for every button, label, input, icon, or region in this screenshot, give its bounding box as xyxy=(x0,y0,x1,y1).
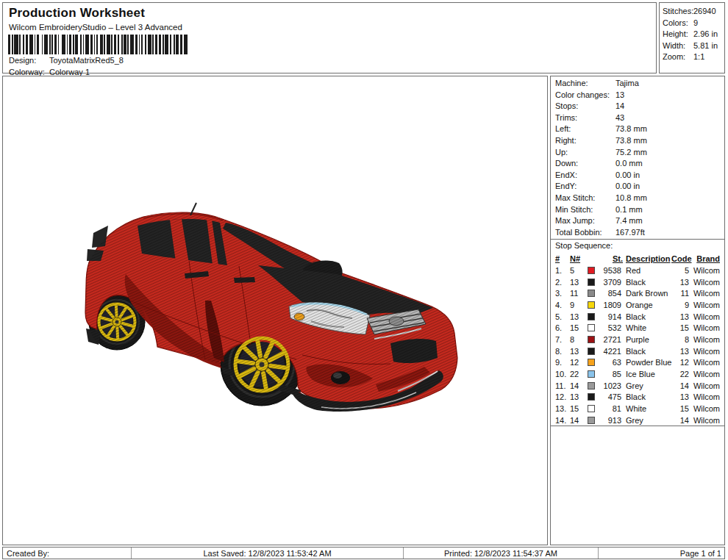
stop-thread-brand: Wilcom xyxy=(692,358,721,367)
stop-stitch-count: 475 xyxy=(599,392,624,401)
stop-stitch-count: 1023 xyxy=(599,381,624,390)
stop-swatch-cell xyxy=(588,279,599,286)
machine-label: Max Jump: xyxy=(555,216,615,225)
stop-stitch-count: 854 xyxy=(599,289,624,298)
machine-label: Down: xyxy=(555,159,615,168)
stat-row: Colors:9 xyxy=(663,18,724,30)
page-title: Production Worksheet xyxy=(9,6,145,21)
stop-swatch-cell xyxy=(588,393,599,401)
stop-thread-brand: Wilcom xyxy=(692,335,721,344)
machine-value: 0.0 mm xyxy=(615,159,643,168)
stop-thread-code: 15 xyxy=(671,404,692,413)
stop-thread-brand: Wilcom xyxy=(692,266,721,275)
stat-label: Width: xyxy=(663,41,693,50)
machine-value: 10.8 mm xyxy=(615,193,647,202)
stop-row: 11. 14 1023 Grey 14 Wilcom xyxy=(555,380,721,392)
stop-sequence-rows: 1. 5 9538 Red 5 Wilcom 2. 13 3709 Black … xyxy=(555,265,721,426)
stop-stitch-count: 2721 xyxy=(599,335,624,344)
stat-value: 1:1 xyxy=(693,52,704,61)
stop-sequence-section: Stop Sequence: # N# St. Description Code… xyxy=(551,240,724,426)
machine-row: Total Bobbin:167.97ft xyxy=(555,228,724,240)
machine-label: Color changes: xyxy=(555,90,615,99)
stop-stitch-count: 913 xyxy=(599,416,624,425)
design-canvas xyxy=(2,76,548,545)
stop-needle-number: 13 xyxy=(570,278,588,287)
machine-value: 14 xyxy=(615,101,624,110)
stat-value: 2.96 in xyxy=(693,29,718,38)
stop-needle-number: 13 xyxy=(570,347,588,356)
thread-color-swatch xyxy=(588,393,595,401)
machine-label: EndY: xyxy=(555,182,615,190)
thread-color-swatch xyxy=(588,417,595,424)
stop-row-number: 13. xyxy=(555,404,570,413)
stop-needle-number: 13 xyxy=(570,312,588,321)
production-worksheet-page: { "header": { "title": "Production Works… xyxy=(0,0,728,560)
stop-row: 5. 13 914 Black 13 Wilcom xyxy=(555,311,721,323)
machine-label: Up: xyxy=(555,148,615,157)
stop-swatch-cell xyxy=(588,370,599,378)
barcode-bar xyxy=(184,35,188,54)
machine-value: 73.8 mm xyxy=(615,124,647,133)
stop-row-number: 6. xyxy=(555,323,570,332)
thread-color-swatch xyxy=(588,405,595,412)
stop-row: 6. 15 532 White 15 Wilcom xyxy=(555,322,721,334)
stop-needle-number: 22 xyxy=(570,370,588,378)
stat-value: 9 xyxy=(693,18,698,27)
stop-thread-brand: Wilcom xyxy=(692,347,721,356)
panel-empty-area xyxy=(551,426,724,545)
stop-needle-number: 5 xyxy=(570,266,588,275)
thread-color-swatch xyxy=(588,279,595,286)
thread-color-swatch xyxy=(588,359,595,366)
stop-stitch-count: 81 xyxy=(599,404,624,413)
thread-color-swatch xyxy=(588,301,595,309)
machine-row: Stops:14 xyxy=(555,101,724,113)
design-label: Design: xyxy=(9,56,49,65)
stop-stitch-count: 1809 xyxy=(599,301,624,309)
stop-needle-number: 9 xyxy=(570,301,588,309)
stop-color-description: Black xyxy=(624,347,671,356)
machine-value: 7.4 mm xyxy=(615,216,643,225)
stop-row: 10. 22 85 Ice Blue 22 Wilcom xyxy=(555,368,721,380)
thread-color-swatch xyxy=(588,370,595,378)
stop-swatch-cell xyxy=(588,382,599,390)
stop-thread-brand: Wilcom xyxy=(692,323,721,332)
stop-color-description: White xyxy=(624,323,671,332)
stop-thread-code: 5 xyxy=(671,266,692,275)
machine-row: Trims:43 xyxy=(555,113,724,125)
stop-thread-brand: Wilcom xyxy=(692,404,721,413)
machine-value: 0.00 in xyxy=(615,182,640,190)
machine-label: Right: xyxy=(555,136,615,145)
stop-thread-code: 14 xyxy=(671,381,692,390)
stat-value: 5.81 in xyxy=(693,41,718,50)
stop-thread-brand: Wilcom xyxy=(692,312,721,321)
stop-thread-code: 12 xyxy=(671,358,692,367)
thread-color-swatch xyxy=(588,313,595,320)
stop-row-number: 9. xyxy=(555,358,570,367)
stop-thread-code: 13 xyxy=(671,347,692,356)
stop-stitch-count: 9538 xyxy=(599,266,624,275)
car-embroidery-svg xyxy=(82,192,508,442)
stop-row-number: 3. xyxy=(555,289,570,298)
stop-row-number: 5. xyxy=(555,312,570,321)
stop-row: 9. 12 63 Powder Blue 12 Wilcom xyxy=(555,357,721,369)
stop-thread-code: 11 xyxy=(671,289,692,298)
machine-row: Right:73.8 mm xyxy=(555,136,724,148)
stop-color-description: Black xyxy=(624,392,671,401)
header-info-panel: Production Worksheet Wilcom EmbroiderySt… xyxy=(2,2,657,73)
thread-color-swatch xyxy=(588,267,595,274)
page-number: Page 1 of 1 xyxy=(599,548,724,559)
stop-needle-number: 13 xyxy=(570,392,588,401)
stop-needle-number: 15 xyxy=(570,323,588,332)
barcode xyxy=(8,35,190,54)
stop-color-description: Dark Brown xyxy=(624,289,671,298)
stop-row: 3. 11 854 Dark Brown 11 Wilcom xyxy=(555,287,721,299)
stop-swatch-cell xyxy=(588,417,599,424)
machine-row: EndX:0.00 in xyxy=(555,170,724,182)
footer: Created By: Last Saved: 12/8/2023 11:53:… xyxy=(2,547,725,559)
stop-swatch-cell xyxy=(588,313,599,320)
machine-label: Left: xyxy=(555,124,615,133)
stop-color-description: Orange xyxy=(624,301,671,309)
stop-stitch-count: 532 xyxy=(599,323,624,332)
machine-value: 167.97ft xyxy=(615,228,645,237)
stop-swatch-cell xyxy=(588,348,599,355)
